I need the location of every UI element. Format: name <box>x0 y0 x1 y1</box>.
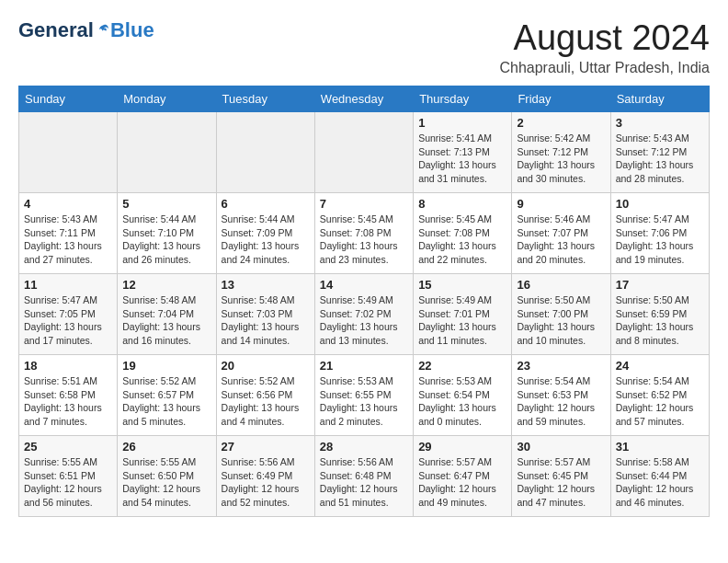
day-number: 10 <box>616 197 704 211</box>
day-info: Sunrise: 5:45 AM Sunset: 7:08 PM Dayligh… <box>320 213 408 267</box>
calendar-cell: 26Sunrise: 5:55 AM Sunset: 6:50 PM Dayli… <box>118 436 216 517</box>
calendar-cell: 27Sunrise: 5:56 AM Sunset: 6:49 PM Dayli… <box>216 436 314 517</box>
day-number: 29 <box>418 440 506 454</box>
day-number: 11 <box>24 278 112 292</box>
calendar-cell: 21Sunrise: 5:53 AM Sunset: 6:55 PM Dayli… <box>314 355 413 436</box>
day-number: 23 <box>517 359 605 373</box>
calendar-week-row: 11Sunrise: 5:47 AM Sunset: 7:05 PM Dayli… <box>19 274 710 355</box>
month-year: August 2024 <box>499 18 710 58</box>
calendar-header-row: SundayMondayTuesdayWednesdayThursdayFrid… <box>19 86 710 112</box>
page-header: General Blue August 2024 Chhaprauli, Utt… <box>18 18 710 76</box>
calendar-cell: 2Sunrise: 5:42 AM Sunset: 7:12 PM Daylig… <box>512 112 610 193</box>
calendar-week-row: 25Sunrise: 5:55 AM Sunset: 6:51 PM Dayli… <box>19 436 710 517</box>
day-number: 9 <box>517 197 605 211</box>
calendar-cell: 5Sunrise: 5:44 AM Sunset: 7:10 PM Daylig… <box>118 193 216 274</box>
day-info: Sunrise: 5:58 AM Sunset: 6:44 PM Dayligh… <box>616 455 704 510</box>
day-number: 16 <box>517 278 605 292</box>
calendar-cell: 14Sunrise: 5:49 AM Sunset: 7:02 PM Dayli… <box>314 274 413 355</box>
day-info: Sunrise: 5:57 AM Sunset: 6:45 PM Dayligh… <box>517 455 605 510</box>
calendar-cell: 18Sunrise: 5:51 AM Sunset: 6:58 PM Dayli… <box>19 355 118 436</box>
calendar-cell: 9Sunrise: 5:46 AM Sunset: 7:07 PM Daylig… <box>512 193 610 274</box>
calendar-cell: 16Sunrise: 5:50 AM Sunset: 7:00 PM Dayli… <box>512 274 610 355</box>
calendar-cell <box>118 112 216 193</box>
day-info: Sunrise: 5:52 AM Sunset: 6:56 PM Dayligh… <box>222 374 310 429</box>
day-number: 13 <box>222 278 310 292</box>
day-number: 25 <box>24 440 112 454</box>
calendar-cell: 31Sunrise: 5:58 AM Sunset: 6:44 PM Dayli… <box>610 436 709 517</box>
day-info: Sunrise: 5:41 AM Sunset: 7:13 PM Dayligh… <box>418 132 506 186</box>
day-info: Sunrise: 5:49 AM Sunset: 7:01 PM Dayligh… <box>418 293 506 348</box>
calendar-cell: 13Sunrise: 5:48 AM Sunset: 7:03 PM Dayli… <box>216 274 314 355</box>
day-number: 26 <box>122 440 210 454</box>
day-info: Sunrise: 5:55 AM Sunset: 6:51 PM Dayligh… <box>24 455 112 510</box>
day-number: 18 <box>24 359 112 373</box>
day-number: 15 <box>418 278 506 292</box>
calendar-cell: 30Sunrise: 5:57 AM Sunset: 6:45 PM Dayli… <box>512 436 610 517</box>
calendar-table: SundayMondayTuesdayWednesdayThursdayFrid… <box>18 86 710 517</box>
day-number: 1 <box>418 116 506 130</box>
day-info: Sunrise: 5:42 AM Sunset: 7:12 PM Dayligh… <box>517 132 605 186</box>
calendar-week-row: 1Sunrise: 5:41 AM Sunset: 7:13 PM Daylig… <box>19 112 710 193</box>
calendar-cell: 24Sunrise: 5:54 AM Sunset: 6:52 PM Dayli… <box>610 355 709 436</box>
day-info: Sunrise: 5:50 AM Sunset: 6:59 PM Dayligh… <box>616 293 704 348</box>
day-info: Sunrise: 5:50 AM Sunset: 7:00 PM Dayligh… <box>517 293 605 348</box>
day-number: 30 <box>517 440 605 454</box>
logo: General Blue <box>18 18 154 42</box>
day-info: Sunrise: 5:53 AM Sunset: 6:54 PM Dayligh… <box>418 374 506 429</box>
day-number: 3 <box>616 116 704 130</box>
day-number: 17 <box>616 278 704 292</box>
day-info: Sunrise: 5:52 AM Sunset: 6:57 PM Dayligh… <box>122 374 210 429</box>
day-info: Sunrise: 5:54 AM Sunset: 6:52 PM Dayligh… <box>616 374 704 429</box>
day-info: Sunrise: 5:45 AM Sunset: 7:08 PM Dayligh… <box>418 213 506 267</box>
calendar-cell: 12Sunrise: 5:48 AM Sunset: 7:04 PM Dayli… <box>118 274 216 355</box>
day-info: Sunrise: 5:57 AM Sunset: 6:47 PM Dayligh… <box>418 455 506 510</box>
day-number: 28 <box>320 440 408 454</box>
day-number: 22 <box>418 359 506 373</box>
day-info: Sunrise: 5:47 AM Sunset: 7:05 PM Dayligh… <box>24 293 112 348</box>
calendar-week-row: 18Sunrise: 5:51 AM Sunset: 6:58 PM Dayli… <box>19 355 710 436</box>
day-number: 2 <box>517 116 605 130</box>
header-day-wednesday: Wednesday <box>314 86 413 112</box>
day-number: 8 <box>418 197 506 211</box>
day-info: Sunrise: 5:55 AM Sunset: 6:50 PM Dayligh… <box>122 455 210 510</box>
calendar-week-row: 4Sunrise: 5:43 AM Sunset: 7:11 PM Daylig… <box>19 193 710 274</box>
calendar-cell: 19Sunrise: 5:52 AM Sunset: 6:57 PM Dayli… <box>118 355 216 436</box>
day-info: Sunrise: 5:48 AM Sunset: 7:04 PM Dayligh… <box>122 293 210 348</box>
header-day-tuesday: Tuesday <box>216 86 314 112</box>
day-number: 31 <box>616 440 704 454</box>
day-info: Sunrise: 5:56 AM Sunset: 6:48 PM Dayligh… <box>320 455 408 510</box>
logo-bird-icon <box>96 23 110 38</box>
calendar-cell: 22Sunrise: 5:53 AM Sunset: 6:54 PM Dayli… <box>414 355 512 436</box>
location: Chhaprauli, Uttar Pradesh, India <box>499 60 710 76</box>
day-number: 27 <box>222 440 310 454</box>
day-number: 19 <box>122 359 210 373</box>
day-number: 14 <box>320 278 408 292</box>
day-number: 12 <box>122 278 210 292</box>
day-info: Sunrise: 5:49 AM Sunset: 7:02 PM Dayligh… <box>320 293 408 348</box>
day-info: Sunrise: 5:47 AM Sunset: 7:06 PM Dayligh… <box>616 213 704 267</box>
header-day-friday: Friday <box>512 86 610 112</box>
calendar-cell: 28Sunrise: 5:56 AM Sunset: 6:48 PM Dayli… <box>314 436 413 517</box>
calendar-cell: 3Sunrise: 5:43 AM Sunset: 7:12 PM Daylig… <box>610 112 709 193</box>
calendar-cell: 6Sunrise: 5:44 AM Sunset: 7:09 PM Daylig… <box>216 193 314 274</box>
day-number: 7 <box>320 197 408 211</box>
day-info: Sunrise: 5:53 AM Sunset: 6:55 PM Dayligh… <box>320 374 408 429</box>
day-number: 6 <box>222 197 310 211</box>
header-day-thursday: Thursday <box>414 86 512 112</box>
day-info: Sunrise: 5:44 AM Sunset: 7:09 PM Dayligh… <box>222 213 310 267</box>
calendar-cell: 7Sunrise: 5:45 AM Sunset: 7:08 PM Daylig… <box>314 193 413 274</box>
calendar-cell: 4Sunrise: 5:43 AM Sunset: 7:11 PM Daylig… <box>19 193 118 274</box>
day-info: Sunrise: 5:56 AM Sunset: 6:49 PM Dayligh… <box>222 455 310 510</box>
day-info: Sunrise: 5:43 AM Sunset: 7:11 PM Dayligh… <box>24 213 112 267</box>
day-number: 21 <box>320 359 408 373</box>
calendar-cell <box>216 112 314 193</box>
calendar-cell: 23Sunrise: 5:54 AM Sunset: 6:53 PM Dayli… <box>512 355 610 436</box>
logo-general: General <box>18 18 94 42</box>
calendar-cell: 11Sunrise: 5:47 AM Sunset: 7:05 PM Dayli… <box>19 274 118 355</box>
day-info: Sunrise: 5:44 AM Sunset: 7:10 PM Dayligh… <box>122 213 210 267</box>
calendar-cell: 25Sunrise: 5:55 AM Sunset: 6:51 PM Dayli… <box>19 436 118 517</box>
header-day-saturday: Saturday <box>610 86 709 112</box>
day-number: 4 <box>24 197 112 211</box>
calendar-cell: 1Sunrise: 5:41 AM Sunset: 7:13 PM Daylig… <box>414 112 512 193</box>
title-block: August 2024 Chhaprauli, Uttar Pradesh, I… <box>499 18 710 76</box>
